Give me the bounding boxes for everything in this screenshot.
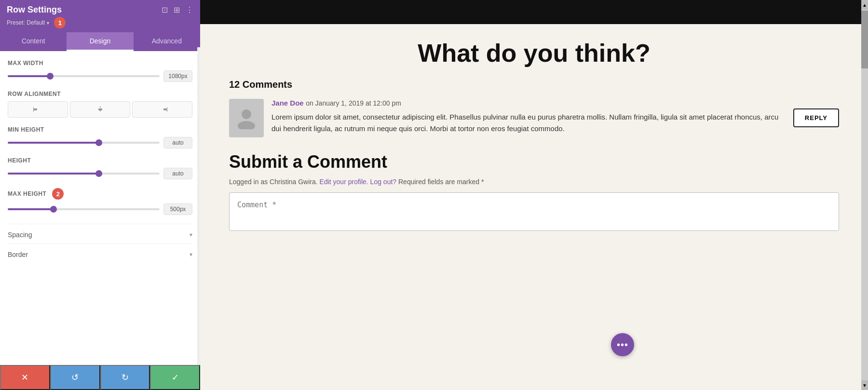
min-height-value[interactable]: auto xyxy=(163,137,192,148)
expand-icon[interactable]: ⊡ xyxy=(162,5,168,14)
min-height-group: Min Height auto xyxy=(8,126,192,148)
panel-content: Max Width 1080px Row Alignment xyxy=(0,51,200,365)
avatar xyxy=(229,99,264,137)
fab-button[interactable]: ••• xyxy=(611,333,634,356)
svg-rect-0 xyxy=(33,108,37,110)
height-label: Height xyxy=(8,157,192,164)
required-note: Required fields are marked * xyxy=(398,178,484,186)
comment-block: Jane Doe on January 1, 2019 at 12:00 pm … xyxy=(229,99,839,137)
align-buttons xyxy=(8,101,192,118)
svg-point-6 xyxy=(242,109,251,119)
redo-button[interactable]: ↻ xyxy=(100,365,150,390)
panel-header: Row Settings ⊡ ⊞ ⋮ Preset: Default ▾ 1 xyxy=(0,0,200,32)
panel-title: Row Settings xyxy=(7,5,62,15)
header-icons: ⊡ ⊞ ⋮ xyxy=(162,5,193,14)
right-area: What do you think? 12 Comments Jane Doe … xyxy=(200,0,868,390)
spacing-label: Spacing xyxy=(8,231,32,239)
comment-text: Lorem ipsum dolor sit amet, consectetur … xyxy=(271,111,786,134)
height-track[interactable] xyxy=(8,173,160,175)
badge-2: 2 xyxy=(52,188,64,200)
max-height-track[interactable] xyxy=(8,208,160,210)
max-height-value[interactable]: 500px xyxy=(163,203,192,215)
max-width-value[interactable]: 1080px xyxy=(163,70,192,82)
tabs-row: Content Design Advanced xyxy=(0,32,200,51)
reply-button[interactable]: REPLY xyxy=(793,108,839,127)
left-panel: Row Settings ⊡ ⊞ ⋮ Preset: Default ▾ 1 C… xyxy=(0,0,200,390)
save-button[interactable]: ✓ xyxy=(150,365,200,390)
border-chevron-icon: ▾ xyxy=(190,251,192,258)
row-alignment-group: Row Alignment xyxy=(8,91,192,118)
logged-in-text: Logged in as Christina Gwira. Edit your … xyxy=(229,178,839,186)
align-left-btn[interactable] xyxy=(8,101,68,118)
max-height-slider-row: 500px xyxy=(8,203,192,215)
fab-icon: ••• xyxy=(617,339,628,350)
max-width-label: Max Width xyxy=(8,60,192,67)
preset-arrow[interactable]: ▾ xyxy=(47,20,49,26)
border-section[interactable]: Border ▾ xyxy=(8,243,192,263)
scroll-thumb[interactable] xyxy=(861,11,868,68)
max-height-group: Max Height 2 500px xyxy=(8,188,192,215)
svg-point-7 xyxy=(238,121,255,129)
comment-body: Jane Doe on January 1, 2019 at 12:00 pm … xyxy=(271,99,786,134)
height-slider-row: auto xyxy=(8,168,192,179)
min-height-track[interactable] xyxy=(8,142,160,144)
comment-date: on January 1, 2019 at 12:00 pm xyxy=(306,99,401,107)
max-height-label: Max Height xyxy=(8,190,46,197)
max-width-track[interactable] xyxy=(8,75,160,77)
tab-design[interactable]: Design xyxy=(67,32,133,51)
right-scrollbar: ▲ ▼ xyxy=(861,0,868,390)
height-value[interactable]: auto xyxy=(163,168,192,179)
min-height-label: Min Height xyxy=(8,126,192,133)
spacing-section[interactable]: Spacing ▾ xyxy=(8,224,192,243)
badge-1: 1 xyxy=(54,17,66,28)
panel-footer: ✕ ↺ ↻ ✓ xyxy=(0,365,200,390)
more-icon[interactable]: ⋮ xyxy=(186,5,193,14)
edit-profile-link[interactable]: Edit your profile. xyxy=(320,178,368,186)
align-right-btn[interactable] xyxy=(132,101,192,118)
border-label: Border xyxy=(8,251,28,258)
columns-icon[interactable]: ⊞ xyxy=(174,5,180,14)
comment-meta: Jane Doe on January 1, 2019 at 12:00 pm xyxy=(271,99,786,108)
commenter-name: Jane Doe xyxy=(271,99,304,107)
preset-label: Preset: Default xyxy=(7,19,45,26)
comments-count: 12 Comments xyxy=(229,79,839,90)
comment-textarea[interactable] xyxy=(229,192,839,231)
submit-title: Submit a Comment xyxy=(229,152,839,172)
max-width-group: Max Width 1080px xyxy=(8,60,192,82)
tab-content[interactable]: Content xyxy=(0,32,67,51)
align-center-btn[interactable] xyxy=(70,101,130,118)
logged-in-prefix: Logged in as Christina Gwira. xyxy=(229,178,318,186)
spacing-chevron-icon: ▾ xyxy=(190,231,192,238)
top-bar xyxy=(200,0,868,24)
cancel-button[interactable]: ✕ xyxy=(0,365,50,390)
right-content: What do you think? 12 Comments Jane Doe … xyxy=(200,24,868,252)
tab-advanced[interactable]: Advanced xyxy=(134,32,200,51)
page-title: What do you think? xyxy=(229,39,839,67)
row-alignment-label: Row Alignment xyxy=(8,91,192,97)
min-height-slider-row: auto xyxy=(8,137,192,148)
svg-rect-4 xyxy=(163,108,167,110)
logout-link[interactable]: Log out? xyxy=(370,178,397,186)
reset-button[interactable]: ↺ xyxy=(50,365,100,390)
scroll-down-arrow[interactable]: ▼ xyxy=(861,380,868,390)
height-group: Height auto xyxy=(8,157,192,179)
max-width-slider-row: 1080px xyxy=(8,70,192,82)
scroll-up-arrow[interactable]: ▲ xyxy=(861,0,868,10)
